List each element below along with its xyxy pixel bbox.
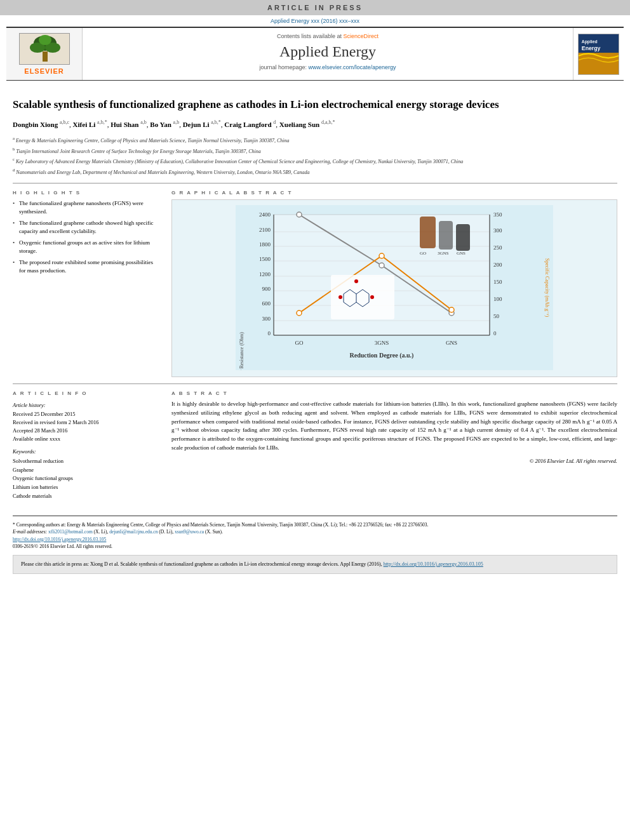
svg-text:1800: 1800: [259, 241, 271, 248]
svg-point-44: [297, 310, 302, 316]
author-3-sup: a,b: [140, 119, 147, 125]
keyword-4: Lithium ion batteries: [13, 483, 159, 492]
svg-text:Charge Transfer Resistance (Oh: Charge Transfer Resistance (Ohm): [239, 331, 245, 370]
citation-doi-link[interactable]: http://dx.doi.org/10.1016/j.apenergy.201…: [384, 561, 483, 567]
highlights-label: H I G H L I G H T S: [13, 190, 159, 196]
accepted-date: Accepted 28 March 2016: [13, 427, 159, 435]
applied-energy-badge: Applied Energy: [578, 34, 619, 75]
citation-box: Please cite this article in press as: Xi…: [13, 555, 617, 574]
author-2-sup: a,b,*: [97, 119, 107, 125]
highlights-col: H I G H L I G H T S The functionalized g…: [13, 190, 159, 377]
received-date: Received 25 December 2015: [13, 410, 159, 418]
abstract-label: A B S T R A C T: [171, 390, 617, 396]
elsevier-brand-text: ELSEVIER: [24, 67, 64, 75]
keyword-3: Oxygenic functional groups: [13, 474, 159, 483]
svg-point-45: [379, 253, 384, 258]
svg-text:2100: 2100: [259, 227, 271, 233]
svg-text:Reduction Degree (a.u.): Reduction Degree (a.u.): [350, 352, 414, 359]
issn-line: 0306-2619/© 2016 Elsevier Ltd. All right…: [13, 543, 617, 550]
graphical-abstract-chart: 0 300 600 900 1200 1500 1800 2100 2400 0…: [177, 205, 612, 370]
svg-text:GO: GO: [295, 340, 304, 346]
svg-point-41: [297, 212, 302, 217]
email-link-2[interactable]: dejunli@mail.tjnu.edu.cn: [109, 529, 158, 535]
keyword-1: Solvothermal reduction: [13, 457, 159, 466]
highlight-item-3: Oxygenic functional groups act as active…: [13, 239, 159, 256]
graphical-abstract-col: G R A P H I C A L A B S T R A C T 0 300 …: [171, 190, 617, 377]
elsevier-logo: ELSEVIER: [19, 33, 70, 75]
highlight-item-2: The functionalized graphene cathode show…: [13, 219, 159, 236]
elsevier-tree-logo: [19, 33, 70, 65]
svg-rect-67: [439, 221, 453, 250]
homepage-link[interactable]: www.elsevier.com/locate/apenergy: [308, 64, 396, 70]
available-date: Available online xxxx: [13, 435, 159, 443]
applied-energy-badge-section: Applied Energy: [573, 28, 624, 80]
email-link-1[interactable]: xfli2011@hotmail.com: [48, 529, 93, 535]
author-4: Bo Yan: [150, 120, 171, 128]
svg-point-64: [370, 295, 374, 299]
author-4-sup: a,b: [173, 119, 180, 125]
author-7-sup: d,a,b,*: [321, 119, 335, 125]
svg-text:Energy: Energy: [582, 45, 601, 51]
article-in-press-banner: ARTICLE IN PRESS: [0, 0, 630, 15]
svg-text:0: 0: [268, 330, 271, 337]
highlights-graphical-section: H I G H L I G H T S The functionalized g…: [13, 190, 617, 377]
svg-text:250: 250: [493, 244, 502, 251]
elsevier-logo-section: ELSEVIER: [6, 28, 83, 80]
keywords-label: Keywords:: [13, 448, 159, 456]
corresponding-note: * Corresponding authors at: Energy & Mat…: [13, 521, 617, 528]
sciencedirect-line: Contents lists available at ScienceDirec…: [277, 33, 379, 39]
journal-header: ELSEVIER Contents lists available at Sci…: [6, 27, 624, 81]
author-6-sup: d: [273, 119, 276, 125]
svg-text:3GNS: 3GNS: [438, 251, 449, 256]
highlights-list: The functionalized graphene nanosheets (…: [13, 199, 159, 276]
svg-text:GNS: GNS: [446, 340, 457, 346]
author-1-sup: a,b,c: [60, 119, 69, 125]
main-content: Scalable synthesis of functionalized gra…: [0, 81, 630, 508]
doi-link-line: http://dx.doi.org/10.1016/j.apenergy.201…: [13, 536, 617, 543]
affiliation-b: b Tianjin International Joint Research C…: [13, 146, 617, 156]
svg-text:GO: GO: [420, 251, 426, 256]
revised-date: Received in revised form 2 March 2016: [13, 418, 159, 427]
article-info-label: A R T I C L E I N F O: [13, 390, 159, 396]
synthesized-word: synthesized: [19, 208, 46, 215]
svg-rect-66: [420, 217, 436, 248]
journal-homepage: journal homepage: www.elsevier.com/locat…: [259, 64, 396, 70]
svg-text:100: 100: [493, 296, 502, 302]
svg-text:Specific Capacity (mAh g⁻¹): Specific Capacity (mAh g⁻¹): [544, 258, 550, 317]
svg-point-42: [379, 263, 384, 268]
svg-point-46: [449, 307, 454, 312]
svg-text:0: 0: [493, 330, 497, 337]
svg-text:2400: 2400: [259, 211, 271, 218]
sciencedirect-link[interactable]: ScienceDirect: [344, 33, 379, 39]
affiliation-a: a Energy & Materials Engineering Centre,…: [13, 135, 617, 145]
bottom-section: A R T I C L E I N F O Article history: R…: [13, 390, 617, 500]
svg-point-63: [338, 295, 342, 299]
keyword-2: Graphene: [13, 466, 159, 475]
svg-text:600: 600: [262, 300, 271, 307]
author-1: Dongbin Xiong: [13, 120, 58, 128]
svg-text:Applied: Applied: [582, 39, 598, 44]
email-line: E-mail addresses: xfli2011@hotmail.com (…: [13, 528, 617, 535]
svg-text:1200: 1200: [259, 271, 271, 277]
highlight-item-4: The proposed route exhibited some promis…: [13, 258, 159, 276]
copyright-line: © 2016 Elsevier Ltd. All rights reserved…: [171, 458, 617, 464]
divider-2: [13, 383, 617, 384]
author-3: Hui Shan: [111, 120, 138, 128]
article-title: Scalable synthesis of functionalized gra…: [13, 97, 617, 112]
svg-text:300: 300: [262, 316, 271, 322]
graphical-abstract: 0 300 600 900 1200 1500 1800 2100 2400 0…: [171, 199, 617, 377]
abstract-col: A B S T R A C T It is highly desirable t…: [171, 390, 617, 500]
author-5-sup: a,b,*: [211, 119, 221, 125]
svg-text:200: 200: [493, 262, 502, 268]
svg-text:3GNS: 3GNS: [375, 340, 389, 346]
article-info-content: Article history: Received 25 December 20…: [13, 401, 159, 500]
email-link-3[interactable]: xsun9@uwo.ca: [175, 529, 204, 535]
svg-text:50: 50: [493, 313, 500, 319]
doi-link[interactable]: http://dx.doi.org/10.1016/j.apenergy.201…: [13, 537, 106, 542]
divider-1: [13, 183, 617, 183]
svg-point-65: [354, 279, 358, 283]
keyword-5: Cathode materials: [13, 492, 159, 501]
affiliation-c: c Key Laboratory of Advanced Energy Mate…: [13, 156, 617, 166]
highlight-item-1: The functionalized graphene nanosheets (…: [13, 199, 159, 217]
keywords-list: Solvothermal reduction Graphene Oxygenic…: [13, 457, 159, 500]
